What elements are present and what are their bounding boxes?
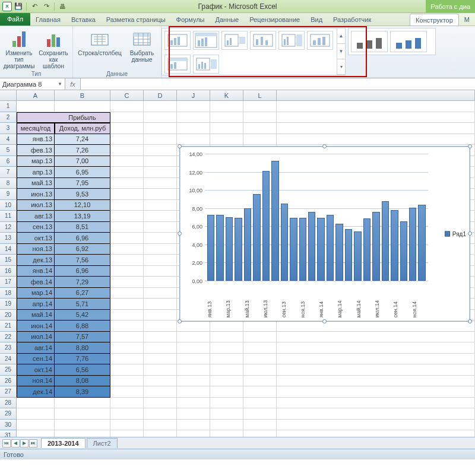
cell[interactable] xyxy=(177,320,210,332)
chart-bar[interactable] xyxy=(391,210,398,281)
cell[interactable] xyxy=(110,398,144,409)
cell[interactable]: 6,96 xyxy=(55,266,110,277)
cell[interactable]: окт.14 xyxy=(17,364,55,376)
style-tile[interactable] xyxy=(390,31,427,52)
cell[interactable]: 5,71 xyxy=(55,299,110,310)
cell[interactable] xyxy=(144,386,177,398)
row-header[interactable]: 15 xyxy=(0,255,17,266)
cell[interactable]: май.14 xyxy=(17,310,55,321)
cell[interactable] xyxy=(110,244,144,255)
cell[interactable] xyxy=(144,288,177,299)
cell[interactable] xyxy=(210,354,243,365)
cell[interactable]: 6,27 xyxy=(55,288,110,299)
cell[interactable] xyxy=(110,288,144,299)
row-header[interactable]: 29 xyxy=(0,408,17,420)
cell[interactable] xyxy=(210,320,243,332)
cell[interactable]: июн.14 xyxy=(17,320,55,332)
row-header[interactable]: 18 xyxy=(0,288,17,299)
cell[interactable] xyxy=(144,123,177,134)
worksheet-grid[interactable]: ABCDJKL 12Прибыль3месяц/годДоход, млн.ру… xyxy=(0,90,475,459)
cell[interactable] xyxy=(144,364,177,376)
row-header[interactable]: 17 xyxy=(0,277,17,288)
cell[interactable] xyxy=(110,222,144,233)
tab-formulas[interactable]: Формулы xyxy=(171,14,210,26)
column-header[interactable]: C xyxy=(110,90,144,100)
row-header[interactable]: 27 xyxy=(0,386,17,398)
cell[interactable]: 6,88 xyxy=(55,320,110,332)
chart-bar[interactable] xyxy=(400,221,407,281)
cell[interactable] xyxy=(177,420,210,431)
cell[interactable] xyxy=(243,134,277,145)
cell[interactable]: 6,96 xyxy=(55,233,110,244)
layout-tile[interactable] xyxy=(193,55,219,74)
chart-bar[interactable] xyxy=(253,194,260,281)
row-header[interactable]: 24 xyxy=(0,354,17,365)
cell[interactable] xyxy=(144,255,177,266)
cell[interactable] xyxy=(17,101,55,112)
cell[interactable]: 13,19 xyxy=(55,211,110,222)
cell[interactable] xyxy=(210,364,243,376)
embedded-chart[interactable]: 0,002,004,006,008,0010,0012,0014,00 янв.… xyxy=(179,146,470,322)
row-header[interactable]: 16 xyxy=(0,266,17,277)
cell[interactable] xyxy=(243,112,277,123)
cell[interactable] xyxy=(110,332,144,343)
layout-tile[interactable] xyxy=(250,31,276,50)
row-header[interactable]: 26 xyxy=(0,376,17,387)
cell[interactable] xyxy=(110,364,144,376)
cell[interactable] xyxy=(177,342,210,354)
chart-bar[interactable] xyxy=(207,215,214,281)
cell[interactable] xyxy=(110,156,144,167)
chart-bar[interactable] xyxy=(363,218,370,281)
chart-layouts-gallery[interactable]: ▲▼▾ xyxy=(162,28,346,75)
select-all-corner[interactable] xyxy=(0,90,17,100)
tab-view[interactable]: Вид xyxy=(305,14,328,26)
save-as-template-button[interactable]: Сохранить как шаблон xyxy=(38,27,69,69)
qat-redo-icon[interactable]: ↷ xyxy=(41,1,52,12)
cell[interactable] xyxy=(177,134,210,145)
cell[interactable] xyxy=(110,134,144,145)
cell[interactable] xyxy=(110,233,144,244)
qat-save-icon[interactable]: 💾 xyxy=(13,1,24,12)
cell[interactable]: май.13 xyxy=(17,178,55,189)
cell[interactable]: дек.13 xyxy=(17,255,55,266)
row-header[interactable]: 28 xyxy=(0,398,17,409)
cell[interactable] xyxy=(144,178,177,189)
cell[interactable] xyxy=(110,211,144,222)
row-header[interactable]: 11 xyxy=(0,211,17,222)
cell[interactable]: 6,95 xyxy=(55,167,110,178)
cell[interactable]: 7,57 xyxy=(55,332,110,343)
cell[interactable] xyxy=(210,123,243,134)
cell[interactable]: 7,26 xyxy=(55,145,110,156)
row-header[interactable]: 5 xyxy=(0,145,17,156)
cell[interactable] xyxy=(210,398,243,409)
cell[interactable] xyxy=(210,342,243,354)
sheet-nav-first-icon[interactable]: ⏮ xyxy=(2,439,11,448)
row-header[interactable]: 3 xyxy=(0,123,17,134)
cell[interactable] xyxy=(144,112,177,123)
cell[interactable] xyxy=(177,398,210,409)
file-tab[interactable]: Файл xyxy=(0,12,30,26)
cell[interactable]: 6,92 xyxy=(55,244,110,255)
cell[interactable] xyxy=(144,156,177,167)
chart-bar[interactable] xyxy=(354,231,361,281)
tab-data[interactable]: Данные xyxy=(210,14,244,26)
layout-tile[interactable] xyxy=(307,31,333,50)
cell[interactable] xyxy=(55,398,110,409)
chart-legend[interactable]: Ряд1 xyxy=(445,231,466,237)
row-header[interactable]: 25 xyxy=(0,364,17,376)
cell[interactable]: 8,08 xyxy=(55,376,110,387)
cell[interactable]: янв.13 xyxy=(17,134,55,145)
cell[interactable]: июл.13 xyxy=(17,200,55,211)
row-header[interactable]: 23 xyxy=(0,342,17,354)
cell[interactable] xyxy=(210,420,243,431)
chart-bar[interactable] xyxy=(327,215,334,281)
cell[interactable]: 7,56 xyxy=(55,255,110,266)
chart-plot-area[interactable]: 0,002,004,006,008,0010,0012,0014,00 xyxy=(205,154,428,281)
chart-bar[interactable] xyxy=(226,217,233,281)
cell[interactable]: ноя.13 xyxy=(17,244,55,255)
cell[interactable] xyxy=(110,310,144,321)
row-header[interactable]: 30 xyxy=(0,420,17,431)
cell[interactable] xyxy=(210,134,243,145)
cell[interactable] xyxy=(144,233,177,244)
chart-bar[interactable] xyxy=(317,218,324,281)
